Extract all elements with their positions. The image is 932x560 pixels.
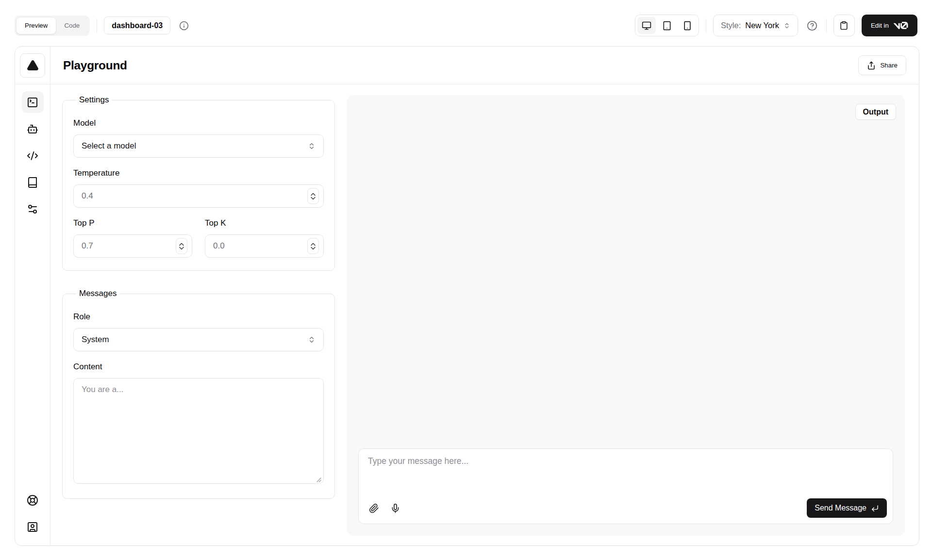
send-message-button[interactable]: Send Message (807, 498, 887, 518)
style-select-value: New York (745, 21, 779, 30)
clipboard-icon (839, 21, 849, 30)
page-header: Playground Share (50, 47, 919, 84)
stepper-chevrons-icon (310, 192, 316, 200)
preview-toolbar: Preview Code dashboard-03 (0, 0, 932, 46)
message-input[interactable] (359, 449, 893, 498)
book-icon (27, 177, 38, 188)
dashboard-block: Playground Share Settings Model (15, 46, 919, 546)
device-desktop-button[interactable] (637, 17, 656, 34)
copy-code-button[interactable] (833, 15, 855, 36)
top-pk-row: Top P (73, 218, 324, 258)
v0-logo-icon (893, 22, 908, 29)
top-p-label: Top P (73, 218, 192, 228)
output-panel: Output (347, 95, 905, 536)
top-p-input[interactable] (73, 234, 192, 258)
main-area: Playground Share Settings Model (50, 47, 919, 545)
tab-preview[interactable]: Preview (17, 17, 56, 34)
settings-legend: Settings (76, 95, 112, 105)
edit-in-v0-label: Edit in (871, 22, 889, 29)
message-composer: Send Message (358, 448, 893, 524)
composer-actions: Send Message (359, 498, 893, 524)
attach-file-button[interactable] (365, 499, 383, 517)
sidebar-item-documentation[interactable] (22, 171, 44, 193)
temperature-stepper[interactable] (307, 188, 319, 204)
device-mobile-button[interactable] (678, 17, 697, 34)
temperature-input[interactable] (73, 184, 324, 208)
stepper-chevrons-icon (310, 242, 316, 250)
output-badge: Output (855, 104, 896, 120)
square-user-icon (27, 521, 38, 533)
sidebar-item-api[interactable] (22, 145, 44, 166)
content-field: Content (73, 362, 324, 486)
send-message-label: Send Message (815, 504, 866, 512)
resize-handle-icon[interactable] (316, 477, 321, 482)
model-select[interactable]: Select a model (73, 134, 324, 158)
temperature-field: Temperature (73, 168, 324, 208)
messages-fieldset: Messages Role System Content (62, 289, 335, 499)
model-select-value: Select a model (82, 141, 136, 151)
sidebar-logo-section (15, 47, 50, 84)
settings-fieldset: Settings Model Select a model Temp (62, 95, 335, 271)
temperature-label: Temperature (73, 168, 324, 178)
sidebar-item-account[interactable] (22, 516, 44, 538)
sidebar-bottom-nav (22, 482, 44, 545)
info-icon (179, 21, 189, 31)
block-name-badge: dashboard-03 (104, 16, 170, 34)
code-icon (27, 150, 38, 162)
settings-sliders-icon (27, 203, 38, 215)
sidebar-item-settings[interactable] (22, 198, 44, 220)
use-microphone-button[interactable] (386, 499, 404, 517)
divider (706, 19, 706, 33)
mic-icon (390, 503, 400, 513)
style-select-label: Style: (721, 21, 741, 30)
sidebar-item-playground[interactable] (22, 91, 44, 113)
role-field: Role System (73, 312, 324, 351)
style-select[interactable]: Style: New York (713, 15, 798, 36)
divider (826, 19, 827, 33)
share-icon (867, 61, 876, 70)
page-title: Playground (63, 59, 127, 72)
role-select[interactable]: System (73, 328, 324, 351)
home-logo-button[interactable] (20, 53, 45, 78)
sidebar (15, 47, 50, 545)
view-mode-tabs: Preview Code (15, 16, 90, 36)
edit-in-v0-button[interactable]: Edit in (862, 15, 917, 36)
device-toggle-group (635, 15, 699, 36)
monitor-icon (642, 21, 651, 31)
sidebar-item-help[interactable] (22, 489, 44, 511)
tablet-icon (662, 21, 672, 31)
share-button-label: Share (880, 62, 898, 69)
square-terminal-icon (27, 97, 38, 108)
role-select-value: System (82, 335, 109, 345)
messages-legend: Messages (76, 289, 119, 298)
content: Settings Model Select a model Temp (50, 84, 919, 545)
bot-icon (27, 123, 38, 135)
life-buoy-icon (27, 494, 38, 506)
smartphone-icon (682, 21, 692, 31)
chevrons-up-down-icon (308, 142, 316, 150)
chevrons-up-down-icon (308, 336, 316, 344)
corner-down-left-icon (871, 504, 879, 512)
help-button[interactable] (805, 18, 819, 33)
settings-column: Settings Model Select a model Temp (62, 95, 335, 536)
content-textarea[interactable] (73, 378, 324, 484)
triangle-logo-icon (27, 59, 39, 71)
model-label: Model (73, 118, 324, 128)
help-circle-icon (807, 20, 817, 31)
paperclip-icon (369, 503, 379, 513)
top-p-stepper[interactable] (176, 238, 187, 254)
device-tablet-button[interactable] (658, 17, 676, 34)
model-field: Model Select a model (73, 118, 324, 158)
top-k-stepper[interactable] (307, 238, 319, 254)
top-k-label: Top K (205, 218, 324, 228)
chevrons-up-down-icon (783, 22, 790, 29)
top-p-field: Top P (73, 218, 192, 258)
sidebar-item-models[interactable] (22, 118, 44, 140)
top-k-input[interactable] (205, 234, 324, 258)
role-label: Role (73, 312, 324, 322)
share-button[interactable]: Share (858, 55, 906, 75)
info-button[interactable] (177, 19, 191, 33)
stepper-chevrons-icon (179, 242, 184, 250)
content-label: Content (73, 362, 324, 372)
tab-code[interactable]: Code (56, 17, 88, 34)
